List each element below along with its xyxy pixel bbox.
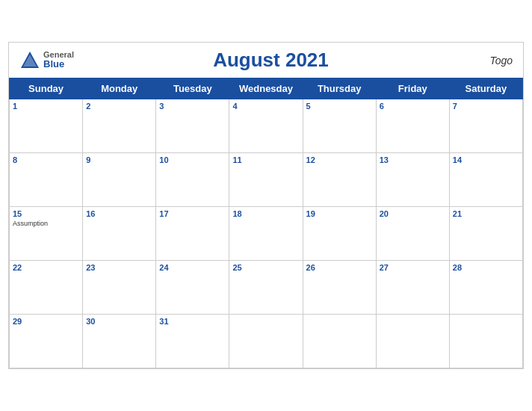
day-number: 13 [380, 155, 446, 164]
calendar-cell: 24 [156, 261, 229, 315]
logo-blue: Blue [43, 59, 74, 69]
calendar-cell: 25 [229, 261, 303, 315]
day-number: 21 [453, 209, 519, 218]
calendar-cell: 26 [303, 261, 376, 315]
calendar-cell: 29 [10, 315, 83, 368]
calendar-cell: 5 [303, 99, 376, 153]
day-number: 25 [232, 263, 299, 272]
week-row-2: 891011121314 [10, 153, 523, 207]
day-number: 15 [13, 209, 79, 218]
calendar-cell: 28 [449, 261, 522, 315]
calendar-cell: 14 [449, 153, 522, 207]
calendar-header: General Blue August 2021 Togo [9, 43, 523, 78]
calendar-cell: 9 [83, 153, 156, 207]
calendar-cell: 7 [449, 99, 522, 153]
day-number: 1 [13, 102, 79, 111]
calendar-cell: 4 [229, 99, 303, 153]
day-number: 29 [13, 317, 79, 326]
week-row-5: 293031 [10, 315, 523, 368]
weekday-header-saturday: Saturday [449, 78, 522, 99]
calendar-title: August 2021 [74, 49, 468, 72]
calendar-cell: 20 [376, 207, 449, 261]
day-number: 22 [13, 263, 79, 272]
weekday-header-sunday: Sunday [10, 78, 83, 99]
day-number: 12 [306, 155, 373, 164]
logo-area: General Blue [19, 50, 74, 71]
day-number: 26 [306, 263, 373, 272]
calendar-cell: 22 [10, 261, 83, 315]
day-number: 4 [232, 102, 299, 111]
weekday-header-thursday: Thursday [303, 78, 376, 99]
calendar-cell: 19 [303, 207, 376, 261]
day-number: 16 [86, 209, 152, 218]
calendar-cell: 27 [376, 261, 449, 315]
logo-text: General Blue [43, 50, 74, 69]
calendar-cell: 17 [156, 207, 229, 261]
calendar-cell: 30 [83, 315, 156, 368]
calendar-cell: 15Assumption [10, 207, 83, 261]
day-number: 19 [306, 209, 373, 218]
calendar-cell: 6 [376, 99, 449, 153]
calendar-cell: 8 [10, 153, 83, 207]
calendar-cell: 1 [10, 99, 83, 153]
day-number: 14 [453, 155, 519, 164]
calendar-cell: 18 [229, 207, 303, 261]
day-number: 9 [86, 155, 152, 164]
day-number: 24 [159, 263, 226, 272]
day-number: 11 [232, 155, 299, 164]
general-blue-logo-icon [19, 50, 40, 71]
calendar-cell: 23 [83, 261, 156, 315]
calendar-cell: 2 [83, 99, 156, 153]
week-row-3: 15Assumption161718192021 [10, 207, 523, 261]
calendar-cell [449, 315, 522, 368]
week-row-1: 1234567 [10, 99, 523, 153]
week-row-4: 22232425262728 [10, 261, 523, 315]
day-number: 6 [380, 102, 446, 111]
day-number: 2 [86, 102, 152, 111]
calendar-cell: 21 [449, 207, 522, 261]
day-number: 27 [380, 263, 446, 272]
day-number: 18 [232, 209, 299, 218]
weekday-header-wednesday: Wednesday [229, 78, 303, 99]
day-number: 5 [306, 102, 373, 111]
day-number: 10 [159, 155, 226, 164]
day-number: 3 [159, 102, 226, 111]
day-number: 17 [159, 209, 226, 218]
day-number: 31 [159, 317, 226, 326]
day-event: Assumption [13, 220, 79, 227]
weekday-header-friday: Friday [376, 78, 449, 99]
day-number: 20 [380, 209, 446, 218]
calendar-cell: 3 [156, 99, 229, 153]
day-number: 8 [13, 155, 79, 164]
calendar-cell [376, 315, 449, 368]
calendar-cell: 10 [156, 153, 229, 207]
calendar-cell: 16 [83, 207, 156, 261]
calendar-container: General Blue August 2021 Togo SundayMond… [8, 42, 524, 369]
day-number: 7 [453, 102, 519, 111]
day-number: 30 [86, 317, 152, 326]
calendar-cell: 13 [376, 153, 449, 207]
country-label: Togo [468, 55, 513, 67]
weekday-header-row: SundayMondayTuesdayWednesdayThursdayFrid… [10, 78, 523, 99]
weekday-header-tuesday: Tuesday [156, 78, 229, 99]
calendar-cell: 31 [156, 315, 229, 368]
weekday-header-monday: Monday [83, 78, 156, 99]
calendar-cell: 11 [229, 153, 303, 207]
calendar-cell [229, 315, 303, 368]
calendar-cell [303, 315, 376, 368]
day-number: 28 [453, 263, 519, 272]
calendar-grid: SundayMondayTuesdayWednesdayThursdayFrid… [9, 78, 523, 368]
day-number: 23 [86, 263, 152, 272]
calendar-cell: 12 [303, 153, 376, 207]
